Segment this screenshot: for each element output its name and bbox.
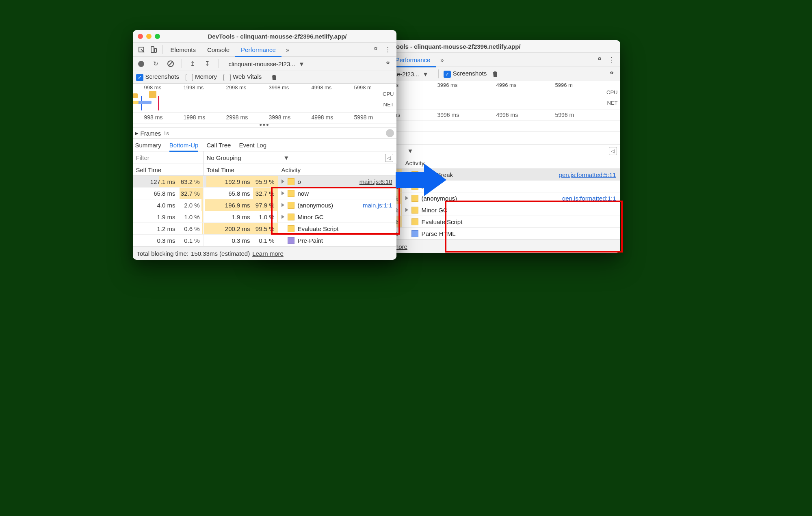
tab-call-tree[interactable]: Call Tree <box>206 139 231 151</box>
activity-cell[interactable]: Pre-Paint <box>278 235 396 246</box>
minimize-icon[interactable] <box>146 34 152 39</box>
screenshots-checkbox[interactable]: ✓Screenshots <box>136 73 179 81</box>
gear-icon[interactable] <box>370 43 382 56</box>
trash-icon[interactable] <box>489 68 501 80</box>
tab-bottom-up[interactable]: Bottom-Up <box>169 138 199 152</box>
gear-icon[interactable] <box>593 54 606 66</box>
window-title: DevTools - clinquant-mousse-2f2396.netli… <box>163 33 392 40</box>
svg-point-3 <box>599 58 600 59</box>
footer: Total blocking time: 150.33ms (estimated… <box>133 246 396 260</box>
detail-tabs: Summary Bottom-Up Call Tree Event Log <box>133 139 396 151</box>
chevron-down-icon: ▼ <box>422 71 429 78</box>
table-row[interactable]: 1.9 ms1.0 % 1.9 ms1.0 % Minor GC <box>133 211 396 223</box>
chevron-right-icon[interactable] <box>405 208 408 212</box>
source-link[interactable]: gen.js:formatted:5:11 <box>559 171 620 178</box>
activity-cell[interactable]: Minor GC <box>402 204 620 216</box>
activity-cell[interactable]: now <box>278 188 396 199</box>
activity-cell[interactable]: Evaluate Script <box>402 216 620 227</box>
tab-console[interactable]: Console <box>201 43 235 56</box>
category-swatch-icon <box>288 202 294 209</box>
sidebar-toggle-icon[interactable]: ◁ <box>385 154 393 162</box>
chevron-right-icon[interactable] <box>281 215 284 219</box>
url-selector[interactable]: clinquant-mousse-2f23... ▼ <box>224 60 310 67</box>
category-swatch-icon <box>411 230 418 237</box>
tab-event-log[interactable]: Event Log <box>239 139 266 151</box>
gear-icon[interactable] <box>606 68 618 80</box>
table-row[interactable]: 65.8 ms32.7 % 65.8 ms32.7 % now <box>133 188 396 199</box>
arrow-icon <box>396 162 448 198</box>
category-swatch-icon <box>288 225 294 232</box>
tab-strip: Elements Console Performance » ⋮ <box>133 43 396 57</box>
chevron-down-icon: ▼ <box>407 147 414 154</box>
titlebar: DevTools - clinquant-mousse-2f2396.netli… <box>133 30 396 43</box>
category-swatch-icon <box>288 190 294 197</box>
chevron-right-icon[interactable] <box>281 191 284 195</box>
resize-handle-icon[interactable]: ••• <box>133 123 396 128</box>
col-total-time[interactable]: Total Time <box>204 164 278 175</box>
close-icon[interactable] <box>138 34 143 39</box>
col-activity[interactable]: Activity <box>278 164 396 175</box>
category-swatch-icon <box>411 218 418 225</box>
table-header: Self Time Total Time Activity <box>133 164 396 176</box>
filter-input[interactable]: Filter <box>133 151 204 164</box>
table-row[interactable]: 1.2 ms0.6 % 200.2 ms99.5 % Evaluate Scri… <box>133 223 396 235</box>
category-swatch-icon <box>288 214 294 220</box>
clear-icon[interactable] <box>165 58 177 70</box>
tab-summary[interactable]: Summary <box>135 139 161 151</box>
scroll-thumb[interactable] <box>386 129 394 137</box>
grouping-select[interactable]: No Grouping▼ <box>204 154 290 161</box>
svg-rect-7 <box>151 47 154 52</box>
web-vitals-checkbox[interactable]: Web Vitals <box>223 73 262 81</box>
tab-performance[interactable]: Performance <box>235 42 281 57</box>
upload-icon[interactable]: ↥ <box>187 58 199 70</box>
reload-icon[interactable]: ↻ <box>150 58 162 70</box>
trash-icon[interactable] <box>268 71 280 83</box>
more-tabs-icon[interactable]: » <box>281 43 294 56</box>
table-row[interactable]: 4.0 ms2.0 % 196.9 ms97.9 % (anonymous)ma… <box>133 199 396 211</box>
svg-rect-8 <box>154 48 156 52</box>
kebab-icon[interactable]: ⋮ <box>382 43 394 56</box>
activity-cell[interactable]: Evaluate Script <box>278 223 396 234</box>
overview-ruler[interactable]: 998 ms 1998 ms 2998 ms 3998 ms 4998 ms 5… <box>133 84 396 112</box>
category-swatch-icon <box>288 178 294 185</box>
table-row[interactable]: 127.1 ms63.2 % 192.9 ms95.9 % omain.js:6… <box>133 176 396 188</box>
source-link[interactable]: main.js:6:10 <box>359 178 396 185</box>
screenshots-checkbox[interactable]: ✓Screenshots <box>444 70 487 78</box>
frames-row[interactable]: ▸ Frames 1s <box>133 128 396 139</box>
gear-icon[interactable] <box>382 58 394 70</box>
svg-point-5 <box>611 72 612 73</box>
table-row[interactable]: 0.3 ms0.1 % 0.3 ms0.1 % Pre-Paint <box>133 235 396 246</box>
chevron-right-icon: ▸ <box>135 130 139 137</box>
download-icon[interactable]: ↧ <box>201 58 214 70</box>
more-tabs-icon[interactable]: » <box>436 54 448 66</box>
source-link[interactable]: gen.js:formatted:1:1 <box>562 195 620 202</box>
tab-performance[interactable]: Performance <box>390 52 436 67</box>
category-swatch-icon <box>411 207 418 214</box>
maximize-icon[interactable] <box>155 34 160 39</box>
chevron-right-icon[interactable] <box>281 179 284 184</box>
device-icon[interactable] <box>147 43 160 56</box>
col-self-time[interactable]: Self Time <box>133 164 204 175</box>
source-link[interactable]: main.js:1:1 <box>363 202 396 209</box>
kebab-icon[interactable]: ⋮ <box>606 54 618 66</box>
chevron-down-icon: ▼ <box>299 60 305 67</box>
time-ruler[interactable]: 998 ms 1998 ms 2998 ms 3998 ms 4998 ms 5… <box>133 112 396 123</box>
devtools-window-front: DevTools - clinquant-mousse-2f2396.netli… <box>133 30 396 260</box>
marker-end[interactable] <box>158 96 159 110</box>
record-icon[interactable] <box>135 58 147 70</box>
svg-point-11 <box>387 62 388 63</box>
chevron-down-icon: ▼ <box>284 154 290 161</box>
options-row: ✓Screenshots Memory Web Vitals <box>133 71 396 84</box>
sidebar-toggle-icon[interactable]: ◁ <box>609 147 617 155</box>
activity-cell[interactable]: (anonymous)main.js:1:1 <box>278 199 396 211</box>
tab-elements[interactable]: Elements <box>165 43 202 56</box>
activity-cell[interactable]: Parse HTML <box>402 228 620 239</box>
chevron-right-icon[interactable] <box>281 203 284 207</box>
category-swatch-icon <box>288 237 294 244</box>
learn-more-link[interactable]: Learn more <box>252 250 284 257</box>
svg-point-9 <box>375 48 376 49</box>
activity-cell[interactable]: omain.js:6:10 <box>278 176 396 187</box>
memory-checkbox[interactable]: Memory <box>186 73 217 81</box>
inspect-icon[interactable] <box>135 43 147 56</box>
activity-cell[interactable]: Minor GC <box>278 211 396 222</box>
